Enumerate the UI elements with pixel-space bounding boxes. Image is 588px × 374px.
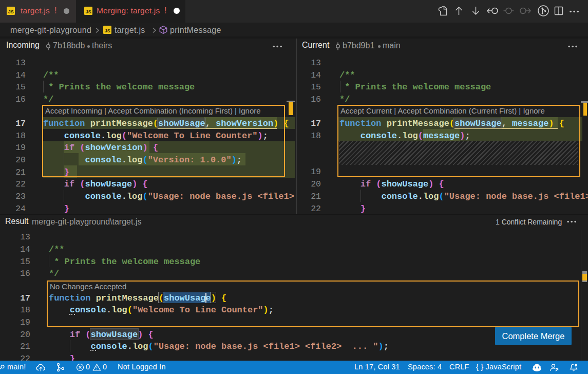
svg-text:JS: JS (8, 9, 14, 14)
svg-text:JS: JS (105, 28, 110, 33)
svg-text:JS: JS (86, 9, 91, 14)
